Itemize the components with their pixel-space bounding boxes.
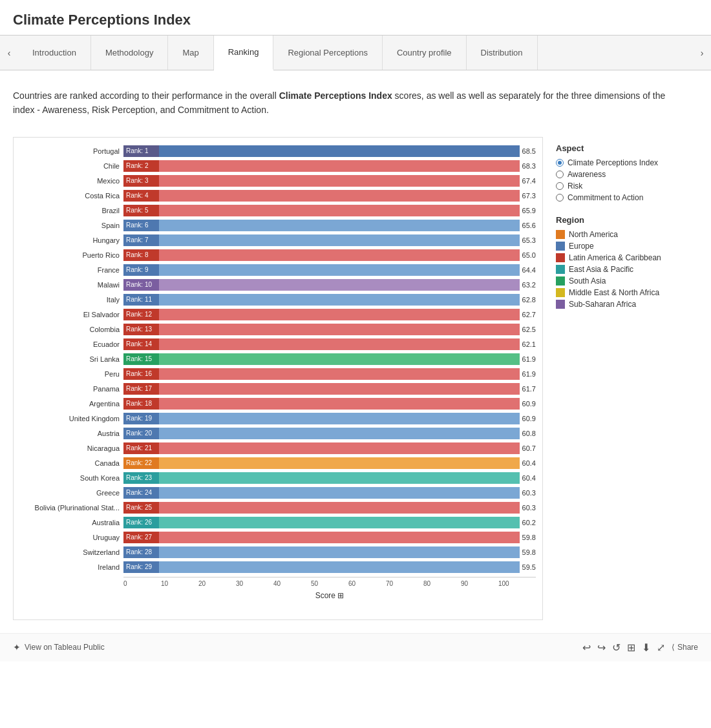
bar-fill-segment <box>159 561 520 573</box>
bar-value: 60.9 <box>520 400 536 408</box>
table-row: Costa RicaRank: 467.3 <box>20 189 536 203</box>
bar-label: Ecuador <box>20 340 123 348</box>
bar-fill-segment <box>159 383 520 395</box>
nav-tab-distribution[interactable]: Distribution <box>467 36 538 70</box>
table-row: ColombiaRank: 1362.5 <box>20 322 536 337</box>
x-tick: 60 <box>348 580 386 587</box>
nav-tab-methodology[interactable]: Methodology <box>91 36 168 70</box>
expand-icon[interactable]: ⤢ <box>657 641 665 654</box>
aspect-radio-item[interactable]: Commitment to Action <box>556 193 698 202</box>
bar-label: Uruguay <box>20 534 123 541</box>
table-row: Sri LankaRank: 1561.9 <box>20 352 536 366</box>
aspect-radio-item[interactable]: Risk <box>556 182 698 191</box>
nav-tab-map[interactable]: Map <box>168 36 213 70</box>
nav-tab-country-profile[interactable]: Country profile <box>383 36 467 70</box>
bar-wrapper: Rank: 865.0 <box>123 249 536 261</box>
region-legend-item: Middle East & North Africa <box>556 288 698 297</box>
bar-fill-segment <box>159 190 520 202</box>
bar-wrapper: Rank: 1462.1 <box>123 338 536 350</box>
bar-label: Argentina <box>20 400 123 408</box>
table-row: GreeceRank: 2460.3 <box>20 486 536 500</box>
nav-tab-regional-perceptions[interactable]: Regional Perceptions <box>273 36 383 70</box>
bar-label: Italy <box>20 296 123 304</box>
layout-icon[interactable]: ⊞ <box>627 641 635 654</box>
bar-rank-segment: Rank: 9 <box>123 264 159 276</box>
bar-wrapper: Rank: 1860.9 <box>123 398 536 410</box>
x-tick: 30 <box>236 580 273 587</box>
bar-rank-segment: Rank: 20 <box>123 428 159 439</box>
region-label: Europe <box>569 242 594 251</box>
table-row: UruguayRank: 2759.8 <box>20 530 536 545</box>
table-row: BrazilRank: 565.9 <box>20 203 536 218</box>
bar-value: 68.5 <box>520 147 536 155</box>
undo-icon[interactable]: ↩ <box>582 641 591 654</box>
redo-icon[interactable]: ↪ <box>597 641 606 654</box>
view-tableau-label: View on Tableau Public <box>25 643 105 652</box>
bar-wrapper: Rank: 1362.5 <box>123 324 536 335</box>
bar-fill-segment <box>159 220 520 231</box>
bar-rank-segment: Rank: 28 <box>123 546 159 558</box>
bar-label: El Salvador <box>20 311 123 318</box>
bar-fill-segment <box>159 502 520 514</box>
aspect-radio-item[interactable]: Awareness <box>556 170 698 179</box>
download-icon[interactable]: ⬇ <box>642 641 650 654</box>
bar-wrapper: Rank: 2060.8 <box>123 428 536 439</box>
region-label: North America <box>569 230 618 239</box>
bar-fill-segment <box>159 472 520 484</box>
bar-label: Greece <box>20 489 123 497</box>
table-row: ItalyRank: 1162.8 <box>20 293 536 307</box>
table-row: United KingdomRank: 1960.9 <box>20 411 536 426</box>
bar-wrapper: Rank: 268.3 <box>123 160 536 172</box>
bar-fill-segment <box>159 442 520 454</box>
bar-wrapper: Rank: 1960.9 <box>123 413 536 424</box>
nav-tab-ranking[interactable]: Ranking <box>214 36 274 70</box>
x-axis: 0102030405060708090100 <box>123 577 536 587</box>
bar-fill-segment <box>159 160 520 172</box>
bar-label: Nicaragua <box>20 444 123 452</box>
bar-value: 62.1 <box>520 340 536 348</box>
bar-value: 60.4 <box>520 459 536 467</box>
nav-next-button[interactable]: › <box>693 36 711 70</box>
region-color-swatch <box>556 242 565 251</box>
bar-fill-segment <box>159 517 520 528</box>
bar-rank-segment: Rank: 22 <box>123 457 159 469</box>
bar-value: 60.7 <box>520 444 536 452</box>
bar-rank-segment: Rank: 21 <box>123 442 159 454</box>
bar-wrapper: Rank: 2160.7 <box>123 442 536 454</box>
bar-fill-segment <box>159 175 520 187</box>
bar-wrapper: Rank: 1761.7 <box>123 383 536 395</box>
bar-label: Puerto Rico <box>20 251 123 259</box>
region-legend-item: Europe <box>556 242 698 251</box>
x-tick: 70 <box>386 580 423 587</box>
table-row: SpainRank: 665.6 <box>20 218 536 233</box>
bar-wrapper: Rank: 367.4 <box>123 175 536 187</box>
table-row: MexicoRank: 367.4 <box>20 174 536 188</box>
region-color-swatch <box>556 230 565 239</box>
bar-chart: PortugalRank: 168.5ChileRank: 268.3Mexic… <box>20 144 536 574</box>
aspect-radio-item[interactable]: Climate Perceptions Index <box>556 158 698 167</box>
aspect-label: Commitment to Action <box>568 193 643 202</box>
bar-rank-segment: Rank: 4 <box>123 190 159 202</box>
x-tick: 50 <box>311 580 348 587</box>
nav-prev-button[interactable]: ‹ <box>0 36 18 70</box>
reset-icon[interactable]: ↺ <box>612 641 621 654</box>
tableau-icon: ✦ <box>13 642 21 652</box>
bar-rank-segment: Rank: 16 <box>123 368 159 380</box>
share-button[interactable]: ⟨ Share <box>672 643 698 652</box>
radio-circle <box>556 182 564 190</box>
bar-wrapper: Rank: 1561.9 <box>123 353 536 365</box>
table-row: PanamaRank: 1761.7 <box>20 382 536 396</box>
bar-fill-segment <box>159 353 520 365</box>
region-color-swatch <box>556 265 565 274</box>
bar-label: Peru <box>20 370 123 378</box>
nav-tab-introduction[interactable]: Introduction <box>18 36 91 70</box>
view-tableau-link[interactable]: ✦ View on Tableau Public <box>13 642 105 652</box>
share-label: Share <box>677 643 698 652</box>
x-axis-title: Score ⊞ <box>123 591 536 600</box>
bar-label: Sri Lanka <box>20 355 123 363</box>
bar-value: 60.3 <box>520 489 536 497</box>
table-row: South KoreaRank: 2360.4 <box>20 471 536 485</box>
bar-value: 61.7 <box>520 385 536 393</box>
bar-rank-segment: Rank: 13 <box>123 324 159 335</box>
region-title: Region <box>556 215 698 225</box>
